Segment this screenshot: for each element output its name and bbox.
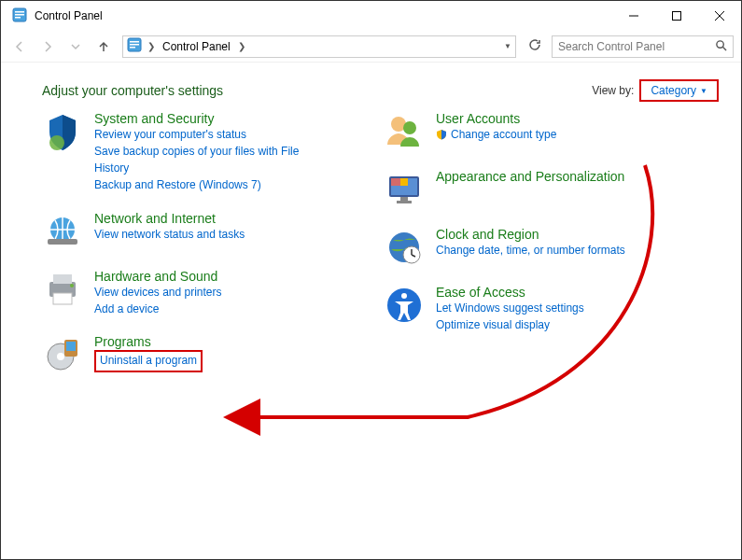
shield-uac-icon xyxy=(436,129,447,145)
back-button[interactable] xyxy=(8,35,31,58)
chevron-right-icon[interactable]: ❯ xyxy=(147,41,155,51)
category-link-user-accounts[interactable]: User Accounts xyxy=(436,111,556,126)
refresh-button[interactable] xyxy=(524,35,546,58)
maximize-button[interactable] xyxy=(655,1,698,31)
category-link-hardware[interactable]: Hardware and Sound xyxy=(94,269,222,284)
category-link-ease-of-access[interactable]: Ease of Access xyxy=(436,285,584,300)
window-title: Control Panel xyxy=(35,9,103,22)
svg-point-26 xyxy=(403,121,416,134)
search-placeholder: Search Control Panel xyxy=(558,40,715,53)
category-link-programs[interactable]: Programs xyxy=(94,334,203,349)
category-link-system-security[interactable]: System and Security xyxy=(94,111,322,126)
link-add-device[interactable]: Add a device xyxy=(94,301,222,317)
control-panel-icon xyxy=(127,37,142,55)
category-link-appearance[interactable]: Appearance and Personalization xyxy=(436,169,624,184)
link-network-status[interactable]: View network status and tasks xyxy=(94,227,245,243)
category-link-network[interactable]: Network and Internet xyxy=(94,211,245,226)
chevron-right-icon[interactable]: ❯ xyxy=(238,41,245,51)
printer-icon xyxy=(42,269,83,310)
svg-rect-10 xyxy=(130,44,139,46)
monitor-icon xyxy=(384,169,425,210)
svg-rect-29 xyxy=(400,197,408,201)
svg-point-38 xyxy=(401,293,407,299)
link-review-status[interactable]: Review your computer's status xyxy=(94,127,322,143)
ease-of-access-icon xyxy=(384,285,425,326)
chevron-down-icon: ▼ xyxy=(700,87,707,95)
svg-rect-24 xyxy=(66,342,76,351)
category-system-security: System and Security Review your computer… xyxy=(42,111,322,194)
svg-rect-2 xyxy=(15,14,24,16)
link-devices-printers[interactable]: View devices and printers xyxy=(94,285,222,301)
category-hardware: Hardware and Sound View devices and prin… xyxy=(42,269,322,318)
link-suggest-settings[interactable]: Let Windows suggest settings xyxy=(436,301,584,316)
svg-rect-3 xyxy=(15,17,21,19)
annotation-highlight-uninstall: Uninstall a program xyxy=(94,350,203,371)
globe-network-icon xyxy=(42,211,83,252)
programs-icon xyxy=(42,334,83,375)
svg-rect-16 xyxy=(48,239,77,245)
annotation-highlight-viewby: Category ▼ xyxy=(639,79,719,102)
category-clock: Clock and Region Change date, time, or n… xyxy=(384,227,654,268)
link-date-time-formats[interactable]: Change date, time, or number formats xyxy=(436,243,625,259)
svg-rect-31 xyxy=(391,178,400,186)
svg-line-13 xyxy=(722,47,726,50)
search-icon xyxy=(715,39,727,54)
forward-button[interactable] xyxy=(36,35,59,58)
page-heading: Adjust your computer's settings xyxy=(42,83,223,98)
category-network: Network and Internet View network status… xyxy=(42,211,322,252)
chevron-down-icon[interactable]: ▼ xyxy=(504,42,511,50)
up-button[interactable] xyxy=(92,35,115,58)
minimize-button[interactable] xyxy=(612,1,655,31)
link-optimize-visual[interactable]: Optimize visual display xyxy=(436,317,584,333)
clock-globe-icon xyxy=(384,227,425,268)
svg-rect-9 xyxy=(130,41,139,43)
content-area: Adjust your computer's settings View by:… xyxy=(1,63,741,375)
svg-rect-18 xyxy=(53,274,72,284)
link-file-history[interactable]: Save backup copies of your files with Fi… xyxy=(94,144,322,176)
category-ease-of-access: Ease of Access Let Windows suggest setti… xyxy=(384,285,654,334)
svg-rect-19 xyxy=(53,293,72,304)
link-change-account-type[interactable]: Change account type xyxy=(436,127,556,145)
category-appearance: Appearance and Personalization xyxy=(384,169,654,210)
category-user-accounts: User Accounts Change account type xyxy=(384,111,654,152)
user-accounts-icon xyxy=(384,111,425,152)
svg-rect-30 xyxy=(397,201,412,203)
control-panel-icon xyxy=(12,7,27,25)
category-programs: Programs Uninstall a program xyxy=(42,334,322,375)
link-uninstall-program[interactable]: Uninstall a program xyxy=(100,354,197,367)
link-backup-restore[interactable]: Backup and Restore (Windows 7) xyxy=(94,177,322,193)
breadcrumb-root[interactable]: Control Panel xyxy=(161,40,232,53)
viewby-dropdown[interactable]: Category ▼ xyxy=(645,82,713,99)
svg-point-20 xyxy=(70,284,74,287)
svg-rect-1 xyxy=(15,11,24,13)
control-panel-window: Control Panel ❯ Control Panel ❯ ▼ Search… xyxy=(0,0,742,560)
shield-icon xyxy=(42,111,83,152)
toolbar: ❯ Control Panel ❯ ▼ Search Control Panel xyxy=(1,31,741,63)
close-button[interactable] xyxy=(698,1,741,31)
address-bar[interactable]: ❯ Control Panel ❯ ▼ xyxy=(122,35,516,58)
search-input[interactable]: Search Control Panel xyxy=(552,35,734,58)
recent-dropdown[interactable] xyxy=(64,35,87,58)
svg-rect-32 xyxy=(400,178,408,186)
category-link-clock[interactable]: Clock and Region xyxy=(436,227,625,242)
viewby-label: View by: xyxy=(592,84,634,97)
titlebar: Control Panel xyxy=(1,1,741,31)
svg-rect-5 xyxy=(673,12,681,21)
svg-rect-11 xyxy=(130,47,135,49)
svg-point-14 xyxy=(49,135,64,150)
svg-point-12 xyxy=(717,40,723,47)
svg-point-22 xyxy=(57,353,64,360)
